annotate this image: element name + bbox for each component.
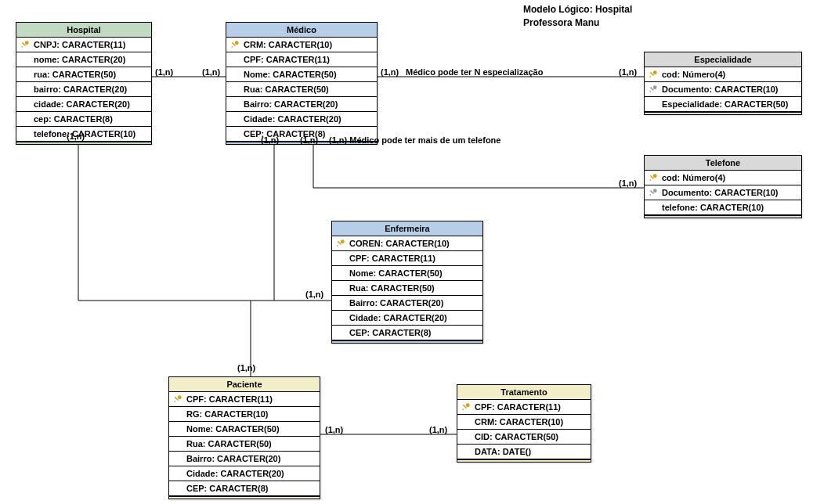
key-icon	[461, 402, 471, 412]
medico-attr-text: Rua: CARACTER(50)	[244, 85, 329, 94]
paciente-attr: Nome: CARACTER(50)	[169, 422, 320, 437]
key-icon	[20, 40, 30, 49]
entity-especialidade: Especialidade cod: Número(4) Documento: …	[644, 52, 802, 115]
hospital-attr: cidade: CARACTER(20)	[16, 97, 151, 112]
entity-hospital-header: Hospital	[16, 23, 151, 38]
key-slot	[172, 394, 183, 404]
medico-attr: CPF: CARACTER(11)	[226, 52, 377, 67]
card-med-tel-right: (1,n)	[619, 178, 637, 188]
svg-point-25	[653, 189, 657, 193]
key-slot	[229, 40, 240, 49]
entity-hospital-footer	[16, 142, 151, 144]
entity-enfermeira-footer	[332, 340, 482, 343]
enfermeira-attr: COREN: CARACTER(10)	[332, 236, 482, 251]
medico-attr: Rua: CARACTER(50)	[226, 82, 377, 97]
diagram-title: Modelo Lógico: Hospital Professora Manu	[523, 3, 632, 30]
entity-medico-header: Médico	[226, 23, 377, 38]
hospital-attr: cep: CARACTER(8)	[16, 112, 151, 127]
entity-tratamento-footer	[457, 459, 591, 462]
paciente-attr-text: RG: CARACTER(10)	[186, 409, 269, 419]
entity-telefone-header: Telefone	[645, 156, 801, 171]
svg-point-34	[466, 403, 470, 407]
telefone-attr-text: telefone: CARACTER(10)	[662, 203, 764, 212]
svg-point-31	[178, 395, 182, 399]
medico-attr-text: Cidade: CARACTER(20)	[244, 114, 341, 124]
key-icon	[649, 70, 658, 79]
enfermeira-attr-text: Nome: CARACTER(50)	[349, 268, 443, 278]
card-pac-trat-left: (1,n)	[325, 425, 343, 434]
card-med-esp-right: (1,n)	[619, 67, 637, 77]
tratamento-attr-text: DATA: DATE()	[475, 447, 531, 456]
medico-attr-text: CRM: CARACTER(10)	[244, 40, 332, 49]
tratamento-attr-text: CPF: CARACTER(11)	[475, 402, 561, 412]
paciente-attr: Cidade: CARACTER(20)	[169, 466, 320, 481]
card-med-esp-left: (1,n)	[381, 67, 399, 77]
paciente-attr-text: Nome: CARACTER(50)	[186, 424, 280, 434]
entity-paciente-footer	[169, 496, 320, 499]
svg-rect-12	[22, 46, 23, 48]
tratamento-attr-text: CRM: CARACTER(10)	[475, 417, 563, 427]
key-icon	[649, 85, 658, 94]
enfermeira-attr: CEP: CARACTER(8)	[332, 326, 482, 340]
entity-paciente: Paciente CPF: CARACTER(11)RG: CARACTER(1…	[168, 376, 320, 499]
paciente-attr-text: CPF: CARACTER(11)	[186, 394, 273, 404]
key-slot	[648, 85, 659, 94]
entity-paciente-header: Paciente	[169, 377, 320, 392]
telefone-attr: telefone: CARACTER(10)	[645, 200, 801, 215]
tratamento-attr: CID: CARACTER(50)	[457, 430, 591, 445]
especialidade-attr: cod: Número(4)	[645, 67, 801, 82]
svg-rect-30	[338, 245, 339, 247]
hospital-attr: bairro: CARACTER(20)	[16, 82, 151, 97]
entity-medico: Médico CRM: CARACTER(10)CPF: CARACTER(11…	[226, 22, 378, 145]
card-pac-trat-right: (1,n)	[429, 425, 447, 434]
paciente-attr: CPF: CARACTER(11)	[169, 392, 320, 407]
svg-point-19	[653, 85, 657, 89]
entity-telefone-footer	[645, 215, 801, 218]
hospital-attr-text: rua: CARACTER(50)	[34, 70, 116, 79]
entity-tratamento: Tratamento CPF: CARACTER(11)CRM: CARACTE…	[457, 384, 591, 463]
card-hosp-med-right: (1,n)	[202, 67, 220, 77]
telefone-attr-text: cod: Número(4)	[662, 173, 725, 182]
entity-tratamento-header: Tratamento	[457, 385, 591, 400]
svg-point-22	[653, 174, 657, 178]
medico-attr: Nome: CARACTER(50)	[226, 67, 377, 82]
especialidade-attr-text: cod: Número(4)	[662, 70, 725, 79]
key-icon	[649, 188, 658, 197]
card-pac-top: (1,n)	[237, 363, 255, 373]
especialidade-attr: Especialidade: CARACTER(50)	[645, 97, 801, 112]
paciente-attr: Rua: CARACTER(50)	[169, 437, 320, 452]
entity-especialidade-header: Especialidade	[645, 52, 801, 67]
enfermeira-attr: Rua: CARACTER(50)	[332, 281, 482, 296]
key-icon	[173, 394, 182, 404]
label-med-esp: Médico pode ter N especialização	[406, 67, 543, 77]
telefone-attr: cod: Número(4)	[645, 171, 801, 185]
entity-enfermeira-header: Enfermeira	[332, 221, 482, 236]
hospital-attr: CNPJ: CARACTER(11)	[16, 38, 151, 52]
key-icon	[230, 40, 240, 49]
enfermeira-attr: Nome: CARACTER(50)	[332, 266, 482, 281]
key-slot	[335, 239, 346, 248]
enfermeira-attr-text: Cidade: CARACTER(20)	[349, 313, 447, 322]
entity-enfermeira: Enfermeira COREN: CARACTER(10)CPF: CARAC…	[331, 221, 483, 344]
key-slot	[648, 70, 659, 79]
svg-point-13	[235, 41, 239, 45]
key-slot	[461, 402, 472, 412]
medico-attr-text: CPF: CARACTER(11)	[244, 55, 330, 64]
tratamento-attr: DATA: DATE()	[457, 445, 591, 459]
hospital-attr-text: cep: CARACTER(8)	[34, 114, 113, 124]
medico-attr-text: Nome: CARACTER(50)	[244, 70, 337, 79]
paciente-attr: RG: CARACTER(10)	[169, 407, 320, 422]
hospital-attr: rua: CARACTER(50)	[16, 67, 151, 82]
enfermeira-attr-text: Bairro: CARACTER(20)	[349, 298, 443, 308]
entity-hospital: Hospital CNPJ: CARACTER(11)nome: CARACTE…	[16, 22, 152, 145]
hospital-attr-text: nome: CARACTER(20)	[34, 55, 125, 64]
especialidade-attr: Documento: CARACTER(10)	[645, 82, 801, 97]
medico-attr-text: Bairro: CARACTER(20)	[244, 99, 338, 109]
entity-especialidade-footer	[645, 112, 801, 114]
card-hosp-down: (1,n)	[67, 131, 85, 141]
key-icon	[649, 173, 658, 182]
hospital-attr-text: cidade: CARACTER(20)	[34, 99, 130, 109]
especialidade-attr-text: Especialidade: CARACTER(50)	[662, 99, 788, 109]
enfermeira-attr: Cidade: CARACTER(20)	[332, 311, 482, 326]
svg-rect-18	[650, 76, 652, 77]
